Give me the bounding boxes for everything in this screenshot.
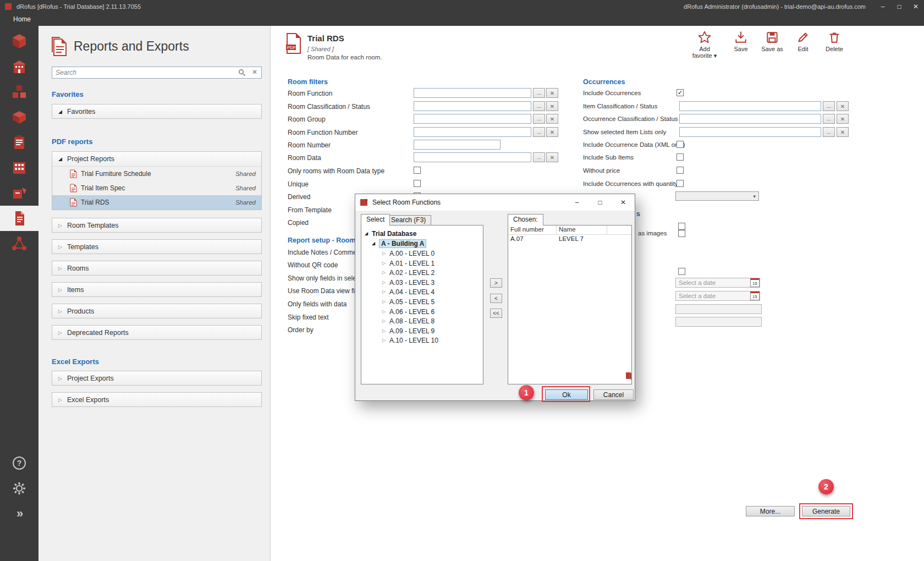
item-lists-clear-button[interactable]: ✕ — [837, 127, 849, 137]
more-button[interactable]: More... — [746, 506, 795, 516]
collapsed-triangle-icon[interactable]: ▷ — [382, 318, 389, 323]
group-rooms[interactable]: ▷Rooms — [52, 261, 262, 276]
calendar-icon[interactable]: 15 — [750, 278, 760, 287]
tree-node-level[interactable]: ▷A.02 - LEVEL 2 — [361, 268, 483, 277]
as-images-checkbox[interactable] — [678, 230, 685, 237]
room-function-picker-button[interactable]: ... — [533, 88, 545, 98]
collapsed-triangle-icon[interactable]: ▷ — [382, 289, 389, 294]
tree-node-database[interactable]: ◢Trial Database — [361, 229, 483, 238]
occurrence-data-xml-checkbox[interactable] — [676, 141, 684, 148]
collapsed-triangle-icon[interactable]: ▷ — [382, 270, 389, 275]
column-full-number[interactable]: Full number — [508, 226, 557, 234]
room-data-input[interactable] — [414, 152, 531, 162]
rail-item-zones[interactable] — [0, 79, 38, 105]
report-item-trial-rds-selected[interactable]: Trial RDS Shared — [52, 195, 261, 210]
close-button[interactable]: ✕ — [908, 0, 924, 13]
move-right-button[interactable]: > — [490, 278, 502, 288]
quantity-zero-checkbox[interactable] — [676, 180, 684, 187]
tree-node-level[interactable]: ▷A.03 - LEVEL 3 — [361, 278, 483, 287]
delete-button[interactable]: Delete — [818, 30, 850, 52]
group-products[interactable]: ▷Products — [52, 304, 262, 318]
collapsed-triangle-icon[interactable]: ▷ — [382, 338, 389, 343]
tree-node-level[interactable]: ▷A.05 - LEVEL 5 — [361, 297, 483, 306]
group-project-exports[interactable]: ▷Project Exports — [52, 371, 262, 386]
tab-select[interactable]: Select — [361, 214, 390, 226]
tree-node-level[interactable]: ▷A.04 - LEVEL 4 — [361, 287, 483, 296]
room-group-picker-button[interactable]: ... — [533, 114, 545, 124]
copy-book-icon[interactable] — [624, 372, 632, 380]
section-checkbox[interactable] — [678, 268, 685, 275]
save-as-button[interactable]: Save as — [756, 30, 788, 52]
unique-checkbox[interactable] — [414, 180, 421, 187]
collapsed-triangle-icon[interactable]: ▷ — [382, 309, 389, 314]
extra-input-2[interactable] — [675, 317, 762, 327]
search-icon[interactable] — [238, 69, 246, 76]
group-room-templates[interactable]: ▷Room Templates — [52, 218, 262, 233]
room-group-clear-button[interactable]: ✕ — [546, 114, 558, 124]
room-number-input[interactable] — [414, 140, 501, 150]
report-item-furniture-schedule[interactable]: Trial Furniture Schedule Shared — [52, 167, 261, 181]
item-classification-clear-button[interactable]: ✕ — [837, 101, 849, 111]
item-lists-picker-button[interactable]: ... — [823, 127, 835, 137]
include-occurrences-checkbox[interactable]: ✓ — [676, 89, 684, 96]
report-item-item-spec[interactable]: Trial Item Spec Shared — [52, 181, 261, 195]
tab-search[interactable]: Search (F3) — [386, 215, 431, 226]
extra-input-1[interactable] — [675, 304, 762, 314]
rail-item-site[interactable] — [0, 29, 38, 54]
rail-item-organisation[interactable] — [0, 231, 38, 256]
room-function-clear-button[interactable]: ✕ — [546, 88, 558, 98]
group-excel-exports[interactable]: ▷Excel Exports — [52, 392, 262, 407]
move-all-left-button[interactable]: << — [490, 309, 502, 318]
search-clear-icon[interactable]: ✕ — [252, 68, 257, 76]
tree-node-building-a-selected[interactable]: ◢A - Building A — [361, 239, 483, 248]
collapsed-triangle-icon[interactable]: ▷ — [382, 261, 389, 266]
room-classification-input[interactable] — [414, 101, 531, 111]
chosen-row[interactable]: A.07 LEVEL 7 — [508, 235, 631, 244]
rail-item-reports[interactable] — [0, 206, 38, 231]
group-items[interactable]: ▷Items — [52, 282, 262, 297]
tree-node-level[interactable]: ▷A.08 - LEVEL 8 — [361, 316, 483, 326]
item-classification-input[interactable] — [679, 101, 821, 111]
tree-node-level[interactable]: ▷A.10 - LEVEL 10 — [361, 336, 483, 345]
room-classification-clear-button[interactable]: ✕ — [546, 101, 558, 111]
dialog-close-button[interactable]: ✕ — [612, 194, 635, 211]
tree-node-level[interactable]: ▷A.01 - LEVEL 1 — [361, 258, 483, 268]
date-from-input[interactable] — [675, 278, 760, 288]
rail-item-items[interactable] — [0, 130, 38, 155]
collapsed-triangle-icon[interactable]: ▷ — [382, 299, 389, 304]
edit-button[interactable]: Edit — [787, 30, 819, 52]
collapsed-triangle-icon[interactable]: ▷ — [382, 251, 389, 256]
collapsed-triangle-icon[interactable]: ▷ — [382, 280, 389, 285]
column-name[interactable]: Name — [557, 226, 607, 234]
occurrence-classification-input[interactable] — [679, 114, 821, 124]
expanded-triangle-icon[interactable]: ◢ — [365, 231, 372, 236]
room-classification-picker-button[interactable]: ... — [533, 101, 545, 111]
menu-home-tab[interactable]: Home — [9, 14, 35, 24]
group-templates[interactable]: ▷Templates — [52, 239, 262, 254]
collapsed-triangle-icon[interactable]: ▷ — [382, 328, 389, 333]
search-input[interactable] — [52, 67, 234, 78]
favorites-group[interactable]: ◢ Favorites — [52, 104, 262, 119]
room-data-picker-button[interactable]: ... — [533, 152, 545, 162]
without-price-checkbox[interactable] — [676, 167, 684, 174]
occurrence-sort-dropdown[interactable]: ▾ — [675, 191, 759, 201]
add-favorite-button[interactable]: Add favorite ▾ — [689, 30, 721, 59]
cancel-button[interactable]: Cancel — [593, 389, 634, 400]
room-group-input[interactable] — [414, 114, 531, 124]
include-sub-items-checkbox[interactable] — [676, 153, 684, 161]
minimize-button[interactable]: – — [875, 0, 891, 13]
room-function-number-clear-button[interactable]: ✕ — [546, 127, 558, 137]
save-button[interactable]: Save — [725, 30, 757, 52]
tree-node-level[interactable]: ▷A.00 - LEVEL 0 — [361, 249, 483, 258]
rail-item-products[interactable] — [0, 180, 38, 206]
partial-checkbox[interactable] — [678, 223, 685, 230]
project-reports-header[interactable]: ◢ Project Reports — [52, 152, 261, 167]
tree-node-level[interactable]: ▷A.09 - LEVEL 9 — [361, 326, 483, 336]
only-room-data-type-checkbox[interactable] — [414, 167, 421, 174]
dialog-minimize-button[interactable]: – — [565, 194, 588, 211]
calendar-icon[interactable]: 15 — [750, 292, 760, 300]
tree-node-level[interactable]: ▷A.06 - LEVEL 6 — [361, 307, 483, 316]
move-left-button[interactable]: < — [490, 294, 502, 303]
rail-item-expand[interactable]: » — [0, 501, 38, 526]
rail-item-help[interactable]: ? — [0, 450, 38, 476]
